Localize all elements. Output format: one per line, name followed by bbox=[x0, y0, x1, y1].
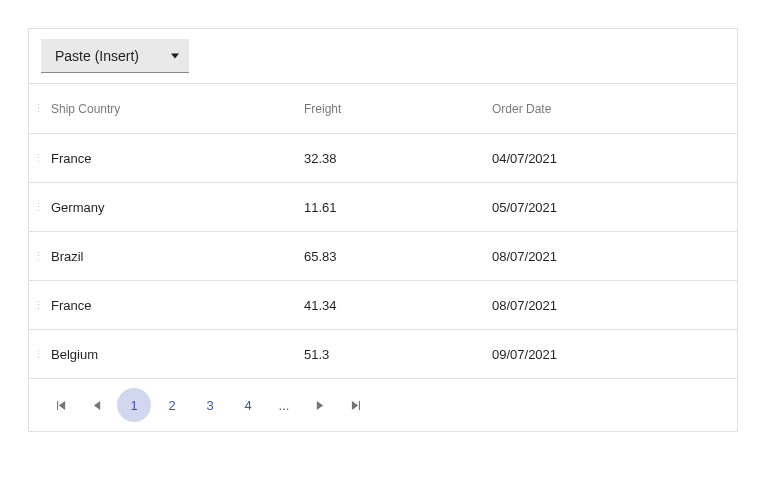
cell-ship-country: France bbox=[47, 298, 300, 313]
row-drag-handle[interactable]: ⋮ bbox=[29, 348, 47, 361]
table-row[interactable]: ⋮ Germany 11.61 05/07/2021 bbox=[29, 183, 737, 232]
cell-order-date: 05/07/2021 bbox=[488, 200, 718, 215]
pager-first-icon[interactable] bbox=[45, 389, 77, 421]
pager-prev-icon[interactable] bbox=[81, 389, 113, 421]
cell-ship-country: France bbox=[47, 151, 300, 166]
cell-freight: 41.34 bbox=[300, 298, 488, 313]
cell-freight: 32.38 bbox=[300, 151, 488, 166]
svg-rect-6 bbox=[358, 401, 359, 410]
cell-freight: 51.3 bbox=[300, 347, 488, 362]
chevron-down-icon bbox=[171, 52, 179, 60]
table-row[interactable]: ⋮ France 41.34 08/07/2021 bbox=[29, 281, 737, 330]
pager-page-4[interactable]: 4 bbox=[231, 388, 265, 422]
cell-order-date: 08/07/2021 bbox=[488, 298, 718, 313]
toolbar: Paste (Insert) bbox=[29, 29, 737, 84]
row-drag-handle[interactable]: ⋮ bbox=[29, 201, 47, 214]
column-header-row: ⋮ Ship Country Freight Order Date bbox=[29, 84, 737, 134]
svg-marker-2 bbox=[58, 401, 64, 410]
svg-marker-3 bbox=[93, 401, 99, 410]
row-drag-handle[interactable]: ⋮ bbox=[29, 152, 47, 165]
column-header-ship-country[interactable]: Ship Country bbox=[47, 102, 300, 116]
cell-order-date: 09/07/2021 bbox=[488, 347, 718, 362]
dropdown-label: Paste (Insert) bbox=[55, 48, 139, 64]
svg-marker-5 bbox=[351, 401, 357, 410]
svg-rect-1 bbox=[57, 401, 58, 410]
svg-marker-4 bbox=[316, 401, 322, 410]
pager-page-3[interactable]: 3 bbox=[193, 388, 227, 422]
cell-ship-country: Germany bbox=[47, 200, 300, 215]
cell-freight: 65.83 bbox=[300, 249, 488, 264]
svg-marker-0 bbox=[171, 53, 179, 58]
paste-mode-dropdown[interactable]: Paste (Insert) bbox=[41, 39, 189, 73]
table-row[interactable]: ⋮ Brazil 65.83 08/07/2021 bbox=[29, 232, 737, 281]
table-row[interactable]: ⋮ Belgium 51.3 09/07/2021 bbox=[29, 330, 737, 379]
row-drag-handle[interactable]: ⋮ bbox=[29, 250, 47, 263]
column-header-order-date[interactable]: Order Date bbox=[488, 102, 718, 116]
row-drag-handle-header: ⋮ bbox=[29, 102, 47, 115]
cell-ship-country: Belgium bbox=[47, 347, 300, 362]
cell-ship-country: Brazil bbox=[47, 249, 300, 264]
table-row[interactable]: ⋮ France 32.38 04/07/2021 bbox=[29, 134, 737, 183]
row-drag-handle[interactable]: ⋮ bbox=[29, 299, 47, 312]
pager-next-icon[interactable] bbox=[303, 389, 335, 421]
pager-ellipsis[interactable]: ... bbox=[269, 398, 299, 413]
pager-page-1[interactable]: 1 bbox=[117, 388, 151, 422]
cell-order-date: 08/07/2021 bbox=[488, 249, 718, 264]
pager: 1 2 3 4 ... bbox=[29, 379, 737, 431]
cell-order-date: 04/07/2021 bbox=[488, 151, 718, 166]
pager-page-2[interactable]: 2 bbox=[155, 388, 189, 422]
data-grid: Paste (Insert) ⋮ Ship Country Freight Or… bbox=[28, 28, 738, 432]
pager-last-icon[interactable] bbox=[339, 389, 371, 421]
cell-freight: 11.61 bbox=[300, 200, 488, 215]
column-header-freight[interactable]: Freight bbox=[300, 102, 488, 116]
